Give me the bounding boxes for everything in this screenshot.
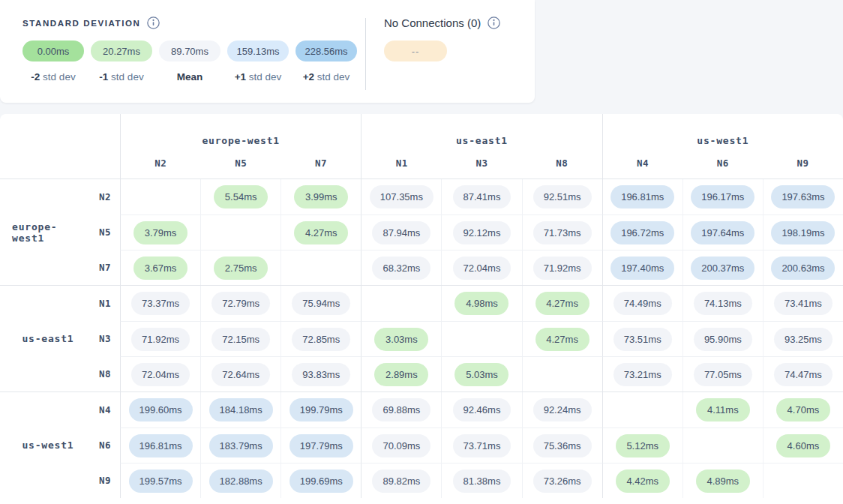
latency-pill[interactable]: 2.75ms (214, 256, 268, 280)
column-group-header: europe-west1N2N5N7 (120, 114, 361, 178)
latency-pill[interactable]: 72.04ms (131, 363, 190, 386)
latency-pill[interactable]: 200.63ms (771, 256, 835, 280)
column-node-row: N4N6N9 (603, 158, 843, 169)
latency-cell: 4.11ms (682, 392, 763, 428)
latency-pill[interactable]: 5.54ms (214, 185, 268, 208)
latency-pill[interactable]: 4.27ms (536, 292, 590, 315)
latency-pill[interactable]: 74.49ms (614, 292, 672, 315)
latency-pill[interactable]: 71.92ms (131, 328, 190, 351)
latency-pill[interactable]: 4.27ms (294, 221, 348, 244)
latency-pill[interactable]: 73.51ms (614, 328, 672, 351)
latency-pill[interactable]: 4.60ms (776, 434, 830, 458)
latency-cell: 93.25ms (763, 321, 843, 356)
latency-pill[interactable]: 184.18ms (209, 398, 273, 422)
latency-pill[interactable]: 197.64ms (691, 221, 754, 244)
row-node-label: N8 (84, 356, 120, 392)
latency-pill[interactable]: 4.27ms (536, 328, 590, 351)
latency-pill[interactable]: 199.57ms (129, 470, 193, 493)
latency-pill[interactable]: 72.85ms (292, 328, 350, 351)
info-icon[interactable] (147, 16, 160, 29)
latency-cell: 89.82ms (361, 463, 441, 498)
latency-pill[interactable]: 71.73ms (533, 221, 592, 244)
row-node-label: N9 (84, 463, 120, 498)
latency-pill[interactable]: 71.92ms (533, 256, 592, 280)
latency-pill[interactable]: 197.63ms (771, 185, 835, 208)
latency-pill[interactable]: 77.05ms (694, 363, 752, 386)
latency-pill[interactable]: 196.72ms (610, 221, 674, 244)
column-node-label: N4 (603, 158, 683, 169)
latency-pill[interactable]: 75.94ms (292, 292, 350, 315)
latency-pill[interactable]: 199.60ms (129, 398, 193, 422)
latency-pill[interactable]: 87.41ms (453, 185, 512, 208)
latency-pill[interactable]: 93.83ms (292, 363, 350, 386)
latency-cell: 73.21ms (602, 356, 682, 392)
latency-cell: 199.57ms (120, 463, 200, 498)
latency-pill[interactable]: 72.04ms (453, 256, 512, 280)
latency-cell: 73.41ms (763, 286, 843, 321)
latency-pill[interactable]: 72.15ms (212, 328, 270, 351)
latency-pill[interactable]: 73.41ms (774, 292, 832, 315)
latency-pill[interactable]: 107.35ms (370, 185, 434, 208)
latency-cell: 4.98ms (441, 286, 521, 321)
latency-pill[interactable]: 182.88ms (209, 470, 273, 493)
latency-pill[interactable]: 68.32ms (372, 256, 430, 280)
latency-pill[interactable]: 74.13ms (694, 292, 752, 315)
latency-pill[interactable]: 196.81ms (610, 185, 674, 208)
latency-pill[interactable]: 93.25ms (774, 328, 832, 351)
latency-pill[interactable]: 3.03ms (374, 328, 428, 351)
column-node-label: N8 (522, 158, 602, 169)
latency-pill[interactable]: 95.90ms (694, 328, 752, 351)
std-dev-legend-item: 0.00ms-2 std dev (22, 40, 84, 82)
latency-cell: 92.51ms (522, 179, 602, 214)
latency-pill[interactable]: 92.12ms (453, 221, 512, 244)
latency-pill[interactable]: 199.69ms (290, 470, 353, 493)
latency-pill[interactable]: 196.81ms (129, 434, 193, 458)
latency-pill[interactable]: 200.37ms (691, 256, 754, 280)
latency-pill[interactable]: 198.19ms (771, 221, 835, 244)
latency-pill[interactable]: 5.12ms (616, 434, 670, 458)
latency-pill[interactable]: 196.17ms (691, 185, 754, 208)
info-icon[interactable] (488, 16, 500, 29)
latency-pill[interactable]: 197.40ms (610, 256, 674, 280)
latency-pill[interactable]: 4.98ms (454, 292, 508, 315)
row-node-label: N5 (84, 214, 120, 250)
latency-pill[interactable]: 73.21ms (614, 363, 672, 386)
column-region-label: us-west1 (603, 135, 843, 146)
latency-pill[interactable]: 197.79ms (290, 434, 353, 458)
latency-pill[interactable]: 5.03ms (454, 363, 508, 386)
latency-pill[interactable]: 74.47ms (774, 363, 832, 386)
latency-pill[interactable]: 183.79ms (209, 434, 273, 458)
latency-pill[interactable]: 199.79ms (290, 398, 353, 422)
latency-pill[interactable]: 75.36ms (533, 434, 592, 458)
latency-pill[interactable]: 73.71ms (453, 434, 512, 458)
latency-pill[interactable]: 4.70ms (776, 398, 830, 422)
latency-pill[interactable]: 73.37ms (131, 292, 190, 315)
latency-pill[interactable]: 4.42ms (616, 470, 670, 493)
latency-pill[interactable]: 92.24ms (533, 398, 592, 422)
latency-pill[interactable]: 3.99ms (294, 185, 348, 208)
latency-pill[interactable]: 4.89ms (696, 470, 750, 493)
no-connections-title: No Connections (0) (384, 16, 481, 29)
latency-pill[interactable]: 89.82ms (372, 470, 430, 493)
latency-pill[interactable]: 73.26ms (533, 470, 592, 493)
latency-pill[interactable]: 92.46ms (453, 398, 512, 422)
latency-pill[interactable]: 87.94ms (372, 221, 430, 244)
latency-cell: 183.79ms (200, 428, 280, 463)
latency-cell: 93.83ms (280, 356, 361, 392)
latency-pill[interactable]: 72.79ms (212, 292, 270, 315)
std-dev-swatch: 228.56ms (296, 40, 357, 62)
latency-cell: 69.88ms (361, 392, 441, 428)
latency-pill[interactable]: 69.88ms (372, 398, 430, 422)
latency-pill[interactable]: 3.67ms (134, 256, 188, 280)
latency-cell-empty (522, 356, 602, 392)
latency-pill[interactable]: 92.51ms (533, 185, 592, 208)
latency-cell: 196.17ms (682, 179, 763, 214)
latency-pill[interactable]: 81.38ms (453, 470, 512, 493)
latency-pill[interactable]: 3.79ms (134, 221, 188, 244)
column-node-row: N2N5N7 (121, 158, 361, 169)
latency-pill[interactable]: 72.64ms (212, 363, 270, 386)
latency-pill[interactable]: 2.89ms (374, 363, 428, 386)
latency-pill[interactable]: 4.11ms (696, 398, 750, 422)
latency-pill[interactable]: 70.09ms (372, 434, 430, 458)
std-dev-legend: STANDARD DEVIATION 0.00ms-2 std dev20.27… (0, 0, 365, 103)
